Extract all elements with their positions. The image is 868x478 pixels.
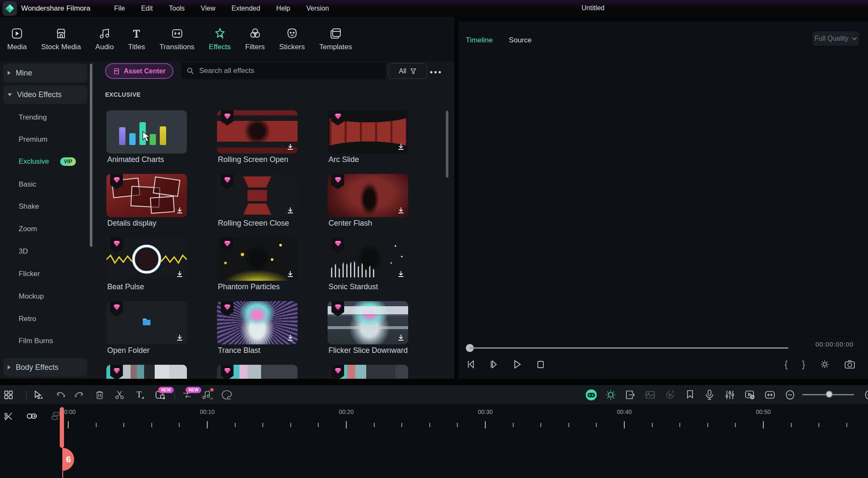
previous-frame-button[interactable]	[466, 359, 476, 369]
tab-audio[interactable]: Audio	[88, 27, 121, 51]
menu-edit[interactable]: Edit	[141, 5, 153, 12]
tab-titles[interactable]: T Titles	[121, 27, 152, 51]
sidebar-item-retro[interactable]: Retro	[3, 310, 87, 328]
tab-stock-media[interactable]: Stock Media	[34, 27, 88, 51]
mark-out-button[interactable]: }	[802, 359, 805, 370]
download-icon[interactable]	[286, 333, 295, 342]
sidebar-item-basic[interactable]: Basic	[3, 175, 87, 194]
sidebar-item-mockup[interactable]: Mockup	[3, 287, 87, 306]
select-tool-icon[interactable]	[33, 390, 43, 400]
timeline-ruler[interactable]: 00:00 00:10 00:20 00:30 00:40 00:50	[0, 408, 868, 417]
effect-thumbnail[interactable]	[217, 174, 298, 217]
sidebar-item-exclusive[interactable]: Exclusive VIP	[3, 152, 87, 171]
tab-stickers[interactable]: Stickers	[272, 27, 312, 51]
zoom-out-icon[interactable]	[785, 389, 796, 400]
effect-thumbnail[interactable]	[328, 110, 408, 154]
next-frame-button[interactable]	[489, 359, 499, 369]
fit-timeline-icon[interactable]	[764, 389, 776, 400]
effect-thumbnail[interactable]	[106, 110, 187, 154]
download-icon[interactable]	[175, 333, 184, 342]
keyframe-transform-icon[interactable]: NEW	[181, 390, 192, 400]
filter-all-button[interactable]: All	[388, 63, 427, 79]
download-icon[interactable]	[286, 206, 295, 215]
timeline-zoom-handle[interactable]	[826, 391, 833, 398]
tab-transitions[interactable]: Transitions	[152, 27, 202, 51]
sidebar-scrollbar[interactable]	[90, 64, 92, 247]
sidebar-item-trending[interactable]: Trending	[3, 108, 87, 127]
effect-thumbnail[interactable]	[328, 238, 408, 281]
download-icon[interactable]	[397, 143, 405, 151]
effect-thumbnail[interactable]	[328, 174, 408, 217]
playhead-handle[interactable]	[60, 407, 64, 448]
menu-version[interactable]: Version	[306, 5, 329, 12]
download-icon[interactable]	[286, 270, 295, 278]
effect-thumbnail[interactable]	[106, 174, 187, 217]
export-clip-icon[interactable]	[625, 389, 636, 400]
quality-selector[interactable]: Full Quality	[812, 31, 859, 46]
download-icon[interactable]	[397, 270, 405, 278]
sidebar-item-body-effects[interactable]: Body Effects	[3, 358, 87, 377]
menu-view[interactable]: View	[201, 5, 215, 12]
effect-thumbnail[interactable]	[106, 238, 187, 281]
effect-thumbnail[interactable]	[106, 301, 187, 344]
sidebar-item-mine[interactable]: Mine	[3, 64, 87, 82]
overlay-tool-icon[interactable]: NEW	[155, 390, 166, 400]
tab-source[interactable]: Source	[509, 36, 532, 45]
effect-thumbnail[interactable]	[328, 301, 408, 344]
effect-thumbnail[interactable]	[217, 110, 298, 154]
download-icon[interactable]	[175, 206, 184, 215]
sidebar-item-video-effects[interactable]: Video Effects	[3, 85, 87, 104]
preview-scrubber-track[interactable]	[470, 347, 788, 349]
ai-audio-tool-icon[interactable]: AI	[201, 389, 213, 400]
text-tool-icon[interactable]: T	[134, 390, 145, 400]
effect-thumbnail[interactable]	[217, 301, 298, 344]
play-button[interactable]	[512, 359, 523, 370]
search-input[interactable]	[198, 66, 361, 75]
download-icon[interactable]	[397, 333, 405, 342]
download-icon[interactable]	[397, 206, 405, 215]
audio-mixer-icon[interactable]	[724, 389, 735, 400]
effect-thumbnail[interactable]	[217, 365, 298, 379]
menu-help[interactable]: Help	[276, 5, 290, 12]
sidebar-item-premium[interactable]: Premium	[3, 130, 87, 149]
redo-icon[interactable]	[75, 390, 85, 400]
menu-extended[interactable]: Extended	[231, 5, 260, 12]
ai-copilot-icon[interactable]	[585, 389, 598, 401]
marker-icon[interactable]	[685, 389, 695, 400]
split-scissors-icon[interactable]	[114, 390, 125, 400]
sidebar-item-flicker[interactable]: Flicker	[3, 265, 87, 283]
effects-grid-scrollbar[interactable]	[446, 111, 448, 178]
tab-effects[interactable]: Effects	[202, 27, 238, 51]
effect-thumbnail[interactable]	[106, 365, 187, 379]
tab-timeline[interactable]: Timeline	[466, 36, 493, 45]
voiceover-mic-icon[interactable]	[704, 389, 715, 401]
sidebar-item-3d[interactable]: 3D	[3, 242, 87, 261]
ai-color-palette-icon[interactable]: AI	[221, 389, 233, 400]
playback-settings-gear-icon[interactable]	[820, 359, 830, 369]
delete-trash-icon[interactable]	[95, 390, 105, 400]
zoom-in-icon[interactable]	[864, 389, 868, 400]
playhead-marker-bubble[interactable]: 6	[63, 448, 74, 471]
effect-thumbnail[interactable]	[328, 365, 408, 379]
undo-icon[interactable]	[55, 390, 65, 400]
sidebar-item-shake[interactable]: Shake	[3, 197, 87, 216]
stop-button[interactable]	[535, 359, 545, 369]
asset-center-button[interactable]: Asset Center	[105, 63, 173, 79]
more-options-button[interactable]: •••	[430, 67, 442, 77]
effect-thumbnail[interactable]	[217, 238, 298, 281]
download-icon[interactable]	[175, 270, 184, 278]
layout-grid-icon[interactable]	[3, 390, 14, 400]
tab-templates[interactable]: Templates	[312, 27, 359, 51]
sidebar-item-film-burns[interactable]: Film Burns	[3, 332, 87, 350]
mark-in-button[interactable]: {	[785, 359, 787, 370]
tab-media[interactable]: Media	[0, 27, 34, 51]
search-box[interactable]	[181, 62, 386, 79]
menu-tools[interactable]: Tools	[169, 5, 185, 12]
snapshot-camera-icon[interactable]	[844, 359, 855, 369]
sidebar-item-zoom[interactable]: Zoom	[3, 220, 87, 238]
render-button-icon[interactable]	[744, 389, 756, 400]
download-icon[interactable]	[286, 143, 295, 151]
tab-filters[interactable]: Filters	[238, 27, 272, 51]
magnetic-timeline-icon[interactable]	[605, 389, 616, 400]
menu-file[interactable]: File	[114, 5, 125, 12]
